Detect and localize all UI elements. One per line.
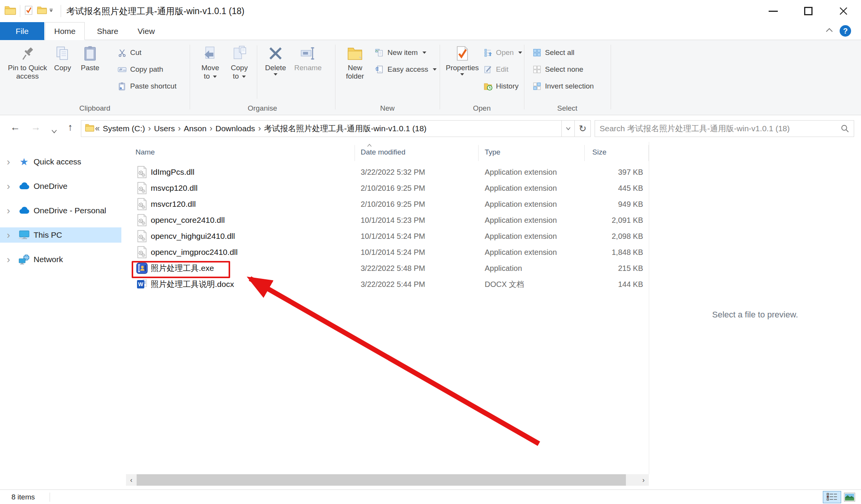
paste-button[interactable]: Paste xyxy=(76,44,104,72)
column-separator[interactable] xyxy=(584,145,585,161)
column-header-type[interactable]: Type xyxy=(485,148,500,156)
scroll-left-button[interactable]: ‹ xyxy=(126,474,137,486)
sidebar-item-this-pc[interactable]: › This PC xyxy=(0,227,121,243)
table-row[interactable]: opencv_imgproc2410.dll 10/1/2014 5:24 PM… xyxy=(126,244,649,260)
dll-file-icon xyxy=(137,214,147,226)
pin-to-quick-access-button[interactable]: Pin to Quick access xyxy=(6,44,49,81)
easy-access-button[interactable]: Easy access xyxy=(372,64,440,75)
recent-locations-button[interactable] xyxy=(47,124,62,136)
table-row[interactable]: IdImgPcs.dll 3/22/2022 5:32 PM Applicati… xyxy=(126,164,649,180)
qat-customize-caret-icon[interactable] xyxy=(48,8,54,14)
chevron-right-icon[interactable]: › xyxy=(0,205,17,217)
delete-x-icon xyxy=(267,45,284,62)
breadcrumb-separator: › xyxy=(178,124,181,134)
select-none-button[interactable]: Select none xyxy=(529,64,597,75)
onedrive-cloud-icon xyxy=(17,206,31,215)
up-button[interactable]: ↑ xyxy=(63,121,78,133)
horizontal-scrollbar[interactable]: ‹ › xyxy=(126,474,649,486)
search-icon[interactable] xyxy=(841,124,849,133)
minimize-button[interactable] xyxy=(756,0,791,22)
chevron-right-icon[interactable]: › xyxy=(0,229,17,241)
tab-share[interactable]: Share xyxy=(90,22,125,40)
tab-file[interactable]: File xyxy=(0,22,44,40)
word-file-icon: W xyxy=(136,279,148,290)
table-row[interactable]: opencv_highgui2410.dll 10/1/2014 5:24 PM… xyxy=(126,228,649,244)
copy-path-button[interactable]: Copy path xyxy=(114,64,179,75)
breadcrumb-prefix: « xyxy=(95,124,100,134)
dropdown-caret-icon xyxy=(213,76,217,78)
minimize-icon xyxy=(769,11,778,12)
column-header-date-modified[interactable]: Date modified xyxy=(361,148,405,156)
chevron-down-icon xyxy=(51,129,57,134)
dll-file-icon xyxy=(137,198,147,210)
copy-to-button[interactable]: Copy to xyxy=(225,44,254,81)
sidebar-item-onedrive[interactable]: › OneDrive xyxy=(0,179,121,194)
column-headers: Name Date modified Type Size xyxy=(126,142,649,164)
open-button[interactable]: Open xyxy=(480,47,525,58)
breadcrumb-item-downloads[interactable]: Downloads xyxy=(215,124,255,133)
column-separator[interactable] xyxy=(355,145,355,161)
breadcrumb-item-users[interactable]: Users xyxy=(154,124,175,133)
table-row[interactable]: opencv_core2410.dll 10/1/2014 5:23 PM Ap… xyxy=(126,212,649,228)
new-folder-button[interactable]: New folder xyxy=(340,44,369,81)
dropdown-caret-icon xyxy=(422,52,426,54)
cut-button[interactable]: Cut xyxy=(114,47,179,58)
details-view-button[interactable] xyxy=(823,491,841,503)
address-dropdown-button[interactable] xyxy=(562,120,575,137)
paste-shortcut-button[interactable]: Paste shortcut xyxy=(114,81,179,92)
delete-button[interactable]: Delete xyxy=(260,44,291,76)
ribbon: Pin to Quick access Copy Paste xyxy=(0,40,861,115)
new-item-icon xyxy=(375,48,384,57)
annotation-highlight-box xyxy=(132,261,230,278)
tab-home[interactable]: Home xyxy=(45,22,85,40)
history-button[interactable]: History xyxy=(480,81,525,92)
dropdown-caret-icon xyxy=(433,68,437,71)
breadcrumb[interactable]: « System (C:) › Users › Anson › Download… xyxy=(81,120,562,137)
rename-button[interactable]: Rename xyxy=(291,44,325,72)
qat-new-folder-icon[interactable] xyxy=(37,6,47,16)
chevron-right-icon[interactable]: › xyxy=(0,156,17,168)
chevron-right-icon[interactable]: › xyxy=(0,254,17,266)
select-all-button[interactable]: Select all xyxy=(529,47,597,58)
scrollbar-thumb[interactable] xyxy=(137,474,626,486)
breadcrumb-item-current-folder[interactable]: 考试报名照片处理工具-通用版-win-v1.0.1 (18) xyxy=(264,123,427,134)
new-item-button[interactable]: New item xyxy=(372,47,440,58)
group-label-new: New xyxy=(335,104,440,113)
sidebar-item-onedrive-personal[interactable]: › OneDrive - Personal xyxy=(0,203,121,218)
sidebar-item-quick-access[interactable]: › ★ Quick access xyxy=(0,154,121,169)
table-row[interactable]: msvcp120.dll 2/10/2016 9:25 PM Applicati… xyxy=(126,180,649,196)
search-input[interactable] xyxy=(600,124,841,133)
chevron-right-icon[interactable]: › xyxy=(0,180,17,192)
refresh-button[interactable]: ↻ xyxy=(575,120,591,137)
column-header-size[interactable]: Size xyxy=(592,148,606,156)
collapse-ribbon-button[interactable] xyxy=(825,27,834,34)
tab-view[interactable]: View xyxy=(130,22,163,40)
close-button[interactable] xyxy=(826,0,861,22)
dll-file-icon xyxy=(137,166,147,178)
column-header-name[interactable]: Name xyxy=(135,148,155,156)
properties-button[interactable]: Properties xyxy=(446,44,479,76)
forward-button[interactable]: → xyxy=(28,121,44,133)
large-icons-view-button[interactable] xyxy=(843,491,856,503)
open-icon xyxy=(484,48,493,57)
invert-selection-button[interactable]: Invert selection xyxy=(529,81,597,92)
scroll-right-button[interactable]: › xyxy=(638,474,649,486)
edit-button[interactable]: Edit xyxy=(480,64,525,75)
table-row[interactable]: W 照片处理工具说明.docx 3/22/2022 5:44 PM DOCX 文… xyxy=(126,276,649,292)
back-button[interactable]: ← xyxy=(8,121,23,133)
maximize-button[interactable] xyxy=(791,0,826,22)
up-arrow-icon: ↑ xyxy=(68,121,73,133)
table-row[interactable]: msvcr120.dll 2/10/2016 9:25 PM Applicati… xyxy=(126,196,649,212)
breadcrumb-separator: › xyxy=(210,124,212,134)
explorer-folder-icon xyxy=(5,5,16,17)
sidebar-item-network[interactable]: › Network xyxy=(0,252,121,267)
copy-button[interactable]: Copy xyxy=(49,44,76,72)
breadcrumb-item-system-c[interactable]: System (C:) xyxy=(103,124,145,133)
breadcrumb-item-anson[interactable]: Anson xyxy=(184,124,207,133)
help-button[interactable]: ? xyxy=(840,25,851,37)
qat-properties-icon[interactable] xyxy=(24,5,33,17)
items-count: 8 items xyxy=(11,493,35,501)
search-box[interactable] xyxy=(595,120,854,137)
move-to-button[interactable]: Move to xyxy=(196,44,225,81)
column-separator[interactable] xyxy=(478,145,479,161)
